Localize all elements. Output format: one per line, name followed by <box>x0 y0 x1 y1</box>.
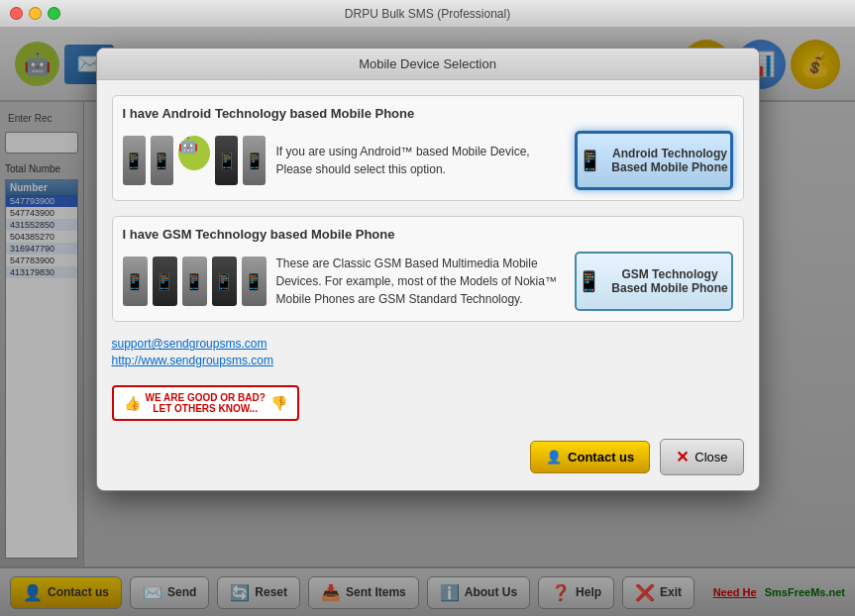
android-select-button[interactable]: 📱 Android Technology Based Mobile Phone <box>575 131 733 190</box>
modal-dialog: Mobile Device Selection I have Android T… <box>96 48 760 491</box>
app-window: 🤖 ✉️ DRPU Bulk SMS 🍩 📊 💰 Enter Rec Total… <box>0 28 855 616</box>
android-section: I have Android Technology based Mobile P… <box>112 95 744 201</box>
android-phone-images: 📱 📱 🤖 📱 📱 <box>123 136 267 185</box>
website-link[interactable]: http://www.sendgroupsms.com <box>112 354 744 367</box>
phone-image-1: 📱 <box>123 136 146 185</box>
gsm-option-row: 📱 📱 📱 📱 📱 These are Classic GSM Based Mu… <box>123 252 733 311</box>
support-email-link[interactable]: support@sendgroupsms.com <box>112 337 744 351</box>
android-btn-icon: 📱 <box>578 149 602 172</box>
phone-image-3: 📱 <box>215 136 238 185</box>
gsm-phone-images: 📱 📱 📱 📱 📱 <box>123 257 267 306</box>
modal-close-button[interactable]: ✕ Close <box>660 439 743 475</box>
rating-text: WE ARE GOOD OR BAD? LET OTHERS KNOW... <box>146 392 266 414</box>
gsm-section-title: I have GSM Technology based Mobile Phone <box>123 227 733 242</box>
close-x-icon: ✕ <box>676 448 689 466</box>
android-btn-text: Android Technology Based Mobile Phone <box>610 147 730 174</box>
maximize-window-btn[interactable] <box>48 7 60 20</box>
gsm-btn-text: GSM Technology Based Mobile Phone <box>609 267 731 295</box>
gsm-btn-icon: 📱 <box>577 269 601 293</box>
gsm-phone-4: 📱 <box>212 257 237 306</box>
close-window-btn[interactable] <box>10 7 23 20</box>
thumbs-up-icon: 👍 <box>124 395 141 411</box>
gsm-select-button[interactable]: 📱 GSM Technology Based Mobile Phone <box>575 252 733 311</box>
modal-links: support@sendgroupsms.com http://www.send… <box>112 337 744 367</box>
phone-image-4: 📱 <box>243 136 266 185</box>
gsm-phone-3: 📱 <box>182 257 207 306</box>
thumbs-down-icon: 👎 <box>270 395 287 411</box>
modal-title-bar: Mobile Device Selection <box>97 49 759 80</box>
phone-image-2: 📱 <box>151 136 173 185</box>
rating-line1: WE ARE GOOD OR BAD? <box>146 392 266 403</box>
modal-contact-label: Contact us <box>568 450 634 464</box>
modal-footer: 👤 Contact us ✕ Close <box>112 439 744 475</box>
rating-banner[interactable]: 👍 WE ARE GOOD OR BAD? LET OTHERS KNOW...… <box>112 385 299 421</box>
modal-body: I have Android Technology based Mobile P… <box>97 80 759 490</box>
window-title: DRPU Bulk SMS (Professional) <box>345 7 510 21</box>
contact-person-icon: 👤 <box>546 450 562 464</box>
android-logo: 🤖 <box>178 136 210 170</box>
minimize-window-btn[interactable] <box>29 7 42 20</box>
gsm-description: These are Classic GSM Based Multimedia M… <box>276 255 565 308</box>
gsm-phone-1: 📱 <box>123 257 148 306</box>
android-section-title: I have Android Technology based Mobile P… <box>123 106 733 121</box>
modal-overlay: Mobile Device Selection I have Android T… <box>0 28 855 616</box>
modal-contact-button[interactable]: 👤 Contact us <box>530 441 650 473</box>
modal-close-label: Close <box>695 450 727 464</box>
rating-line2: LET OTHERS KNOW... <box>146 403 266 414</box>
title-bar: DRPU Bulk SMS (Professional) <box>0 0 855 28</box>
gsm-phone-5: 📱 <box>242 257 267 306</box>
gsm-phone-2: 📱 <box>153 257 177 306</box>
android-option-row: 📱 📱 🤖 📱 📱 If you are using Android™ base… <box>123 131 733 190</box>
window-controls[interactable] <box>10 7 60 20</box>
gsm-section: I have GSM Technology based Mobile Phone… <box>112 216 744 322</box>
android-description: If you are using Android™ based Mobile D… <box>276 143 565 178</box>
modal-title: Mobile Device Selection <box>359 56 496 71</box>
